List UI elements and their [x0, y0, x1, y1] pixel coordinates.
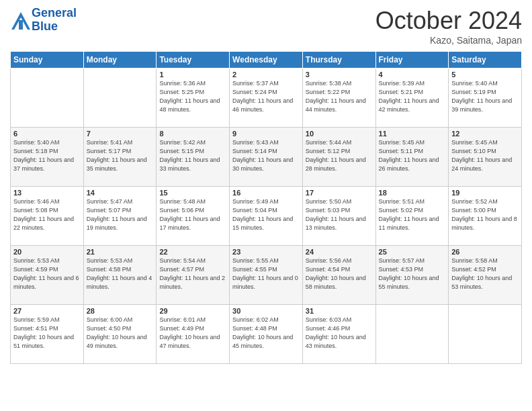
- weekday-header: Saturday: [449, 52, 522, 68]
- calendar-cell: 18Sunrise: 5:51 AM Sunset: 5:02 PM Dayli…: [375, 187, 449, 246]
- day-number: 25: [379, 248, 446, 256]
- calendar-cell: 6Sunrise: 5:40 AM Sunset: 5:18 PM Daylig…: [11, 128, 84, 187]
- day-info: Sunrise: 5:56 AM Sunset: 4:54 PM Dayligh…: [306, 257, 373, 291]
- day-number: 17: [306, 189, 373, 197]
- logo: General Blue: [10, 7, 77, 34]
- calendar-cell: [449, 305, 522, 364]
- location: Kazo, Saitama, Japan: [375, 35, 522, 46]
- day-number: 27: [13, 307, 81, 315]
- day-number: 3: [306, 71, 373, 79]
- calendar-cell: [11, 68, 84, 128]
- day-number: 14: [87, 189, 154, 197]
- calendar-cell: 13Sunrise: 5:46 AM Sunset: 5:08 PM Dayli…: [11, 187, 84, 246]
- weekday-header: Wednesday: [230, 52, 303, 68]
- weekday-row: SundayMondayTuesdayWednesdayThursdayFrid…: [11, 52, 522, 68]
- day-info: Sunrise: 5:39 AM Sunset: 5:21 PM Dayligh…: [379, 79, 446, 114]
- weekday-header: Monday: [83, 52, 157, 68]
- calendar-week-row: 6Sunrise: 5:40 AM Sunset: 5:18 PM Daylig…: [11, 128, 522, 187]
- day-number: 30: [232, 307, 300, 315]
- day-number: 11: [379, 130, 446, 138]
- month-title: October 2024: [375, 7, 522, 35]
- calendar-cell: 19Sunrise: 5:52 AM Sunset: 5:00 PM Dayli…: [449, 187, 522, 246]
- calendar-cell: [83, 68, 157, 128]
- day-info: Sunrise: 5:44 AM Sunset: 5:12 PM Dayligh…: [306, 138, 373, 173]
- day-info: Sunrise: 6:00 AM Sunset: 4:50 PM Dayligh…: [87, 316, 154, 351]
- day-number: 22: [159, 248, 226, 256]
- day-number: 18: [379, 189, 446, 197]
- calendar-week-row: 20Sunrise: 5:53 AM Sunset: 4:59 PM Dayli…: [11, 246, 522, 305]
- day-info: Sunrise: 6:01 AM Sunset: 4:49 PM Dayligh…: [159, 316, 226, 351]
- day-info: Sunrise: 5:37 AM Sunset: 5:24 PM Dayligh…: [232, 79, 300, 114]
- day-number: 16: [232, 189, 300, 197]
- calendar-cell: 7Sunrise: 5:41 AM Sunset: 5:17 PM Daylig…: [83, 128, 157, 187]
- calendar-cell: 3Sunrise: 5:38 AM Sunset: 5:22 PM Daylig…: [302, 68, 375, 128]
- header: General Blue October 2024 Kazo, Saitama,…: [10, 7, 522, 46]
- day-number: 7: [87, 130, 154, 138]
- calendar-cell: 30Sunrise: 6:02 AM Sunset: 4:48 PM Dayli…: [230, 305, 303, 364]
- day-info: Sunrise: 5:40 AM Sunset: 5:19 PM Dayligh…: [451, 79, 519, 114]
- page: General Blue October 2024 Kazo, Saitama,…: [0, 0, 532, 411]
- day-number: 6: [13, 130, 81, 138]
- day-number: 21: [87, 248, 154, 256]
- day-number: 20: [13, 248, 81, 256]
- day-info: Sunrise: 5:45 AM Sunset: 5:11 PM Dayligh…: [379, 138, 446, 173]
- calendar-week-row: 27Sunrise: 5:59 AM Sunset: 4:51 PM Dayli…: [11, 305, 522, 364]
- day-info: Sunrise: 5:50 AM Sunset: 5:03 PM Dayligh…: [306, 197, 373, 232]
- day-info: Sunrise: 5:53 AM Sunset: 4:59 PM Dayligh…: [13, 257, 81, 291]
- calendar-cell: 29Sunrise: 6:01 AM Sunset: 4:49 PM Dayli…: [157, 305, 230, 364]
- day-info: Sunrise: 5:48 AM Sunset: 5:06 PM Dayligh…: [159, 197, 226, 232]
- day-info: Sunrise: 5:42 AM Sunset: 5:15 PM Dayligh…: [159, 138, 226, 173]
- calendar-cell: 5Sunrise: 5:40 AM Sunset: 5:19 PM Daylig…: [449, 68, 522, 128]
- day-info: Sunrise: 5:47 AM Sunset: 5:07 PM Dayligh…: [87, 197, 154, 232]
- calendar-week-row: 13Sunrise: 5:46 AM Sunset: 5:08 PM Dayli…: [11, 187, 522, 246]
- weekday-header: Friday: [375, 52, 449, 68]
- svg-rect-2: [19, 20, 23, 30]
- calendar-cell: 26Sunrise: 5:58 AM Sunset: 4:52 PM Dayli…: [449, 246, 522, 305]
- calendar: SundayMondayTuesdayWednesdayThursdayFrid…: [10, 51, 522, 364]
- day-info: Sunrise: 5:55 AM Sunset: 4:55 PM Dayligh…: [232, 257, 300, 291]
- day-number: 2: [232, 71, 300, 79]
- day-number: 9: [232, 130, 300, 138]
- day-number: 29: [159, 307, 226, 315]
- day-info: Sunrise: 5:43 AM Sunset: 5:14 PM Dayligh…: [232, 138, 300, 173]
- calendar-cell: 16Sunrise: 5:49 AM Sunset: 5:04 PM Dayli…: [230, 187, 303, 246]
- logo-line2: Blue: [32, 20, 77, 34]
- calendar-header: SundayMondayTuesdayWednesdayThursdayFrid…: [11, 52, 522, 68]
- day-number: 28: [87, 307, 154, 315]
- calendar-cell: [375, 305, 449, 364]
- calendar-cell: 14Sunrise: 5:47 AM Sunset: 5:07 PM Dayli…: [83, 187, 157, 246]
- day-number: 10: [306, 130, 373, 138]
- day-number: 4: [379, 71, 446, 79]
- day-number: 8: [159, 130, 226, 138]
- calendar-cell: 24Sunrise: 5:56 AM Sunset: 4:54 PM Dayli…: [302, 246, 375, 305]
- calendar-cell: 2Sunrise: 5:37 AM Sunset: 5:24 PM Daylig…: [230, 68, 303, 128]
- day-info: Sunrise: 6:02 AM Sunset: 4:48 PM Dayligh…: [232, 316, 300, 351]
- title-block: October 2024 Kazo, Saitama, Japan: [375, 7, 522, 46]
- day-info: Sunrise: 5:54 AM Sunset: 4:57 PM Dayligh…: [159, 257, 226, 291]
- day-info: Sunrise: 5:58 AM Sunset: 4:52 PM Dayligh…: [451, 257, 519, 291]
- day-info: Sunrise: 5:59 AM Sunset: 4:51 PM Dayligh…: [13, 316, 81, 351]
- day-number: 5: [451, 71, 519, 79]
- day-info: Sunrise: 5:46 AM Sunset: 5:08 PM Dayligh…: [13, 197, 81, 232]
- day-info: Sunrise: 5:52 AM Sunset: 5:00 PM Dayligh…: [451, 197, 519, 232]
- calendar-cell: 17Sunrise: 5:50 AM Sunset: 5:03 PM Dayli…: [302, 187, 375, 246]
- day-number: 23: [232, 248, 300, 256]
- day-info: Sunrise: 5:36 AM Sunset: 5:25 PM Dayligh…: [159, 79, 226, 114]
- calendar-cell: 8Sunrise: 5:42 AM Sunset: 5:15 PM Daylig…: [157, 128, 230, 187]
- calendar-cell: 11Sunrise: 5:45 AM Sunset: 5:11 PM Dayli…: [375, 128, 449, 187]
- logo-icon: [10, 11, 29, 30]
- calendar-cell: 15Sunrise: 5:48 AM Sunset: 5:06 PM Dayli…: [157, 187, 230, 246]
- calendar-cell: 1Sunrise: 5:36 AM Sunset: 5:25 PM Daylig…: [157, 68, 230, 128]
- day-info: Sunrise: 5:51 AM Sunset: 5:02 PM Dayligh…: [379, 197, 446, 232]
- logo-line1: General: [32, 7, 77, 20]
- day-info: Sunrise: 6:03 AM Sunset: 4:46 PM Dayligh…: [306, 316, 373, 351]
- day-number: 12: [451, 130, 519, 138]
- weekday-header: Tuesday: [157, 52, 230, 68]
- calendar-body: 1Sunrise: 5:36 AM Sunset: 5:25 PM Daylig…: [11, 68, 522, 364]
- calendar-cell: 20Sunrise: 5:53 AM Sunset: 4:59 PM Dayli…: [11, 246, 84, 305]
- day-number: 26: [451, 248, 519, 256]
- calendar-cell: 4Sunrise: 5:39 AM Sunset: 5:21 PM Daylig…: [375, 68, 449, 128]
- calendar-cell: 25Sunrise: 5:57 AM Sunset: 4:53 PM Dayli…: [375, 246, 449, 305]
- day-info: Sunrise: 5:49 AM Sunset: 5:04 PM Dayligh…: [232, 197, 300, 232]
- weekday-header: Thursday: [302, 52, 375, 68]
